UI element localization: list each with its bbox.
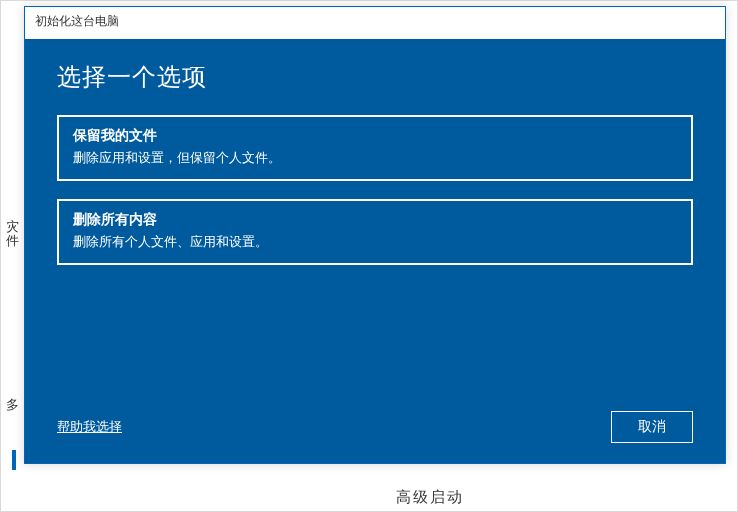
bg-fragment-text: 多: [6, 396, 19, 414]
option-description: 删除应用和设置，但保留个人文件。: [73, 149, 677, 167]
option-title: 删除所有内容: [73, 211, 677, 229]
dialog-body: 选择一个选项 保留我的文件 删除应用和设置，但保留个人文件。 删除所有内容 删除…: [25, 39, 725, 463]
option-title: 保留我的文件: [73, 127, 677, 145]
cancel-button[interactable]: 取消: [611, 411, 693, 443]
option-description: 删除所有个人文件、应用和设置。: [73, 233, 677, 251]
dialog-title: 初始化这台电脑: [35, 14, 119, 28]
option-keep-files[interactable]: 保留我的文件 删除应用和设置，但保留个人文件。: [57, 115, 693, 181]
bg-fragment-text: 件: [6, 232, 19, 250]
dialog-title-bar: 初始化这台电脑: [25, 7, 725, 39]
sidebar-accent-bar: [12, 450, 16, 470]
help-me-choose-link[interactable]: 帮助我选择: [57, 418, 122, 436]
dialog-footer: 帮助我选择 取消: [57, 411, 693, 443]
dialog-heading: 选择一个选项: [57, 61, 693, 93]
option-remove-everything[interactable]: 删除所有内容 删除所有个人文件、应用和设置。: [57, 199, 693, 265]
advanced-startup-heading: 高级启动: [396, 488, 464, 507]
reset-pc-dialog: 初始化这台电脑 选择一个选项 保留我的文件 删除应用和设置，但保留个人文件。 删…: [24, 6, 726, 464]
